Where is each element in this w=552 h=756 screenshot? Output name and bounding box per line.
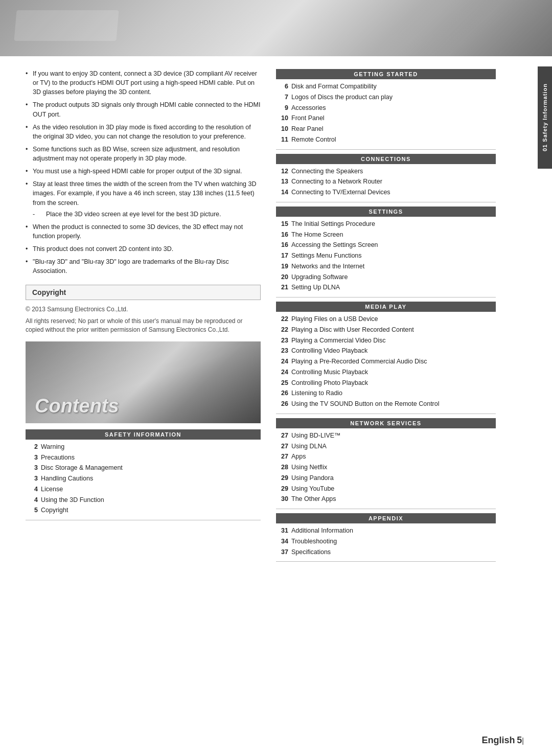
toc-row: 23Controlling Video Playback (276, 346, 496, 356)
bullet-item: If you want to enjoy 3D content, connect… (26, 69, 261, 97)
section-divider (276, 561, 496, 562)
media-play-header: MEDIA PLAY (276, 302, 496, 312)
toc-row: 26Using the TV SOUND Button on the Remot… (276, 399, 496, 409)
left-column: If you want to enjoy 3D content, connect… (26, 69, 261, 566)
settings-header: SETTINGS (276, 207, 496, 217)
toc-row: 13Connecting to a Network Router (276, 176, 496, 187)
toc-row: 29Using Pandora (276, 473, 496, 484)
toc-row: 2 Warning (26, 442, 261, 452)
toc-row: 9Accessories (276, 103, 496, 113)
safety-section: SAFETY INFORMATION 2 Warning 3 Precautio… (26, 429, 261, 520)
toc-row: 15The Initial Settings Procedure (276, 219, 496, 230)
getting-started-header: GETTING STARTED (276, 69, 496, 79)
toc-row: 5 Copyright (26, 505, 261, 516)
toc-row: 10Rear Panel (276, 124, 496, 134)
page-number: 5 (517, 735, 522, 745)
toc-row: 22Playing a Disc with User Recorded Cont… (276, 325, 496, 335)
toc-row: 30The Other Apps (276, 494, 496, 505)
copyright-line-1: © 2013 Samsung Electronics Co.,Ltd. (26, 305, 261, 314)
getting-started-section: GETTING STARTED 6Disk and Format Compati… (276, 69, 496, 150)
toc-row: 14Connecting to TV/External Devices (276, 187, 496, 198)
bullet-item: Some functions such as BD Wise, screen s… (26, 145, 261, 163)
header-banner (0, 0, 552, 56)
connections-section: CONNECTIONS 12Connecting the Speakers 13… (276, 154, 496, 202)
toc-row: 3 Disc Storage & Management (26, 463, 261, 473)
sub-bullet-item: Place the 3D video screen at eye level f… (33, 210, 261, 219)
section-divider (276, 202, 496, 202)
toc-row: 26Listening to Radio (276, 388, 496, 399)
section-divider (276, 149, 496, 150)
toc-row: 27Apps (276, 451, 496, 462)
toc-row: 17Settings Menu Functions (276, 250, 496, 261)
toc-row: 29Using YouTube (276, 484, 496, 494)
copyright-heading: Copyright (32, 288, 254, 296)
copyright-box: Copyright (26, 285, 261, 300)
bullet-list: If you want to enjoy 3D content, connect… (26, 69, 261, 276)
toc-row: 3 Precautions (26, 452, 261, 463)
section-divider (276, 297, 496, 297)
page-footer: English 5| (481, 735, 524, 746)
toc-row: 24Controlling Music Playback (276, 367, 496, 378)
toc-row: 21Setting Up DLNA (276, 282, 496, 293)
bullet-item: You must use a high-speed HDMI cable for… (26, 167, 261, 176)
toc-row: 22Playing Files on a USB Device (276, 314, 496, 325)
toc-row: 6Disk and Format Compatibility (276, 81, 496, 92)
toc-row: 11Remote Control (276, 134, 496, 145)
footer-label: English (481, 735, 515, 745)
toc-row: 16The Home Screen (276, 230, 496, 240)
toc-row: 28Using Netflix (276, 462, 496, 473)
toc-row: 16Accessing the Settings Screen (276, 240, 496, 250)
network-services-header: NETWORK SERVICES (276, 418, 496, 428)
bullet-item: Stay at least three times the width of t… (26, 179, 261, 219)
contents-title: Contents (35, 395, 119, 417)
toc-row: 4 Using the 3D Function (26, 495, 261, 506)
section-divider (276, 509, 496, 509)
toc-row: 27Using DLNA (276, 441, 496, 452)
safety-section-header: SAFETY INFORMATION (26, 429, 261, 440)
toc-row: 3 Handling Cautions (26, 473, 261, 484)
toc-row: 25Controlling Photo Playback (276, 378, 496, 388)
toc-row: 23Playing a Commercial Video Disc (276, 335, 496, 346)
toc-row: 10Front Panel (276, 113, 496, 124)
section-divider (276, 414, 496, 414)
main-content: If you want to enjoy 3D content, connect… (0, 56, 552, 581)
media-play-section: MEDIA PLAY 22Playing Files on a USB Devi… (276, 302, 496, 414)
toc-row: 19Networks and the Internet (276, 261, 496, 272)
toc-row: 7Logos of Discs the product can play (276, 92, 496, 103)
appendix-header: APPENDIX (276, 513, 496, 523)
toc-row: 24Playing a Pre-Recorded Commercial Audi… (276, 356, 496, 367)
bullet-item: "Blu-ray 3D" and "Blu-ray 3D" logo are t… (26, 257, 261, 276)
bullet-item: This product does not convert 2D content… (26, 244, 261, 254)
bullet-item: When the product is connected to some 3D… (26, 222, 261, 241)
bullet-item: The product outputs 3D signals only thro… (26, 100, 261, 119)
connections-header: CONNECTIONS (276, 154, 496, 164)
toc-row: 27Using BD-LIVE™ (276, 430, 496, 441)
network-services-section: NETWORK SERVICES 27Using BD-LIVE™ 27Usin… (276, 418, 496, 509)
right-column: GETTING STARTED 6Disk and Format Compati… (276, 69, 496, 566)
toc-row: 37Specifications (276, 547, 496, 558)
section-divider (26, 520, 261, 520)
toc-row: 31Additional Information (276, 525, 496, 536)
toc-row: 4 License (26, 484, 261, 495)
settings-section: SETTINGS 15The Initial Settings Procedur… (276, 207, 496, 297)
bullet-item: As the video resolution in 3D play mode … (26, 123, 261, 141)
safety-items: 2 Warning 3 Precautions 3 Disc Storage &… (26, 442, 261, 516)
toc-row: 12Connecting the Speakers (276, 166, 496, 177)
contents-banner: Contents (26, 341, 261, 423)
toc-row: 34Troubleshooting (276, 536, 496, 547)
copyright-line-2: All rights reserved; No part or whole of… (26, 317, 261, 334)
toc-row: 20Upgrading Software (276, 272, 496, 283)
appendix-section: APPENDIX 31Additional Information 34Trou… (276, 513, 496, 562)
sidebar-label: 01 Safety Information (538, 66, 552, 169)
